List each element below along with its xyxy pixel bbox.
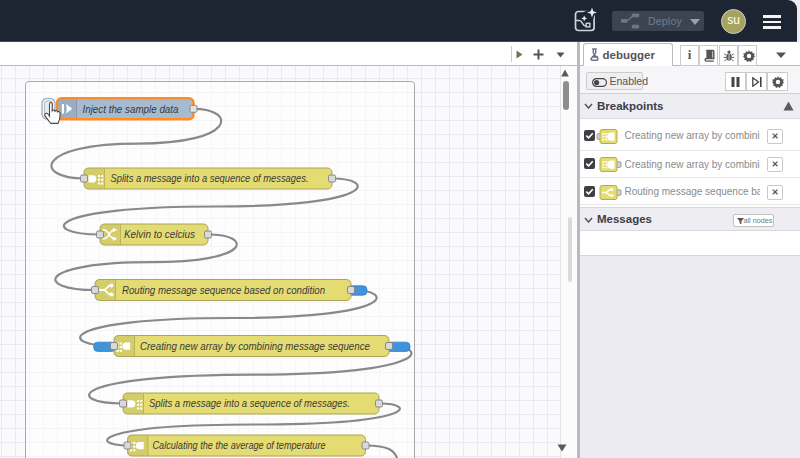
svg-text:Kelvin to celcius: Kelvin to celcius: [124, 228, 196, 240]
svg-text:Splits a message into a sequen: Splits a message into a sequence of mess…: [149, 397, 350, 409]
svg-text:Creating new array by combinin: Creating new array by combining message …: [140, 340, 370, 352]
svg-text:Splits a message into a sequen: Splits a message into a sequence of mess…: [111, 172, 309, 184]
svg-text:Calculating the the average of: Calculating the the average of temperatu…: [153, 439, 326, 451]
svg-text:Routing message sequence based: Routing message sequence based on condit…: [122, 284, 325, 296]
svg-text:Inject the sample data: Inject the sample data: [83, 103, 179, 115]
